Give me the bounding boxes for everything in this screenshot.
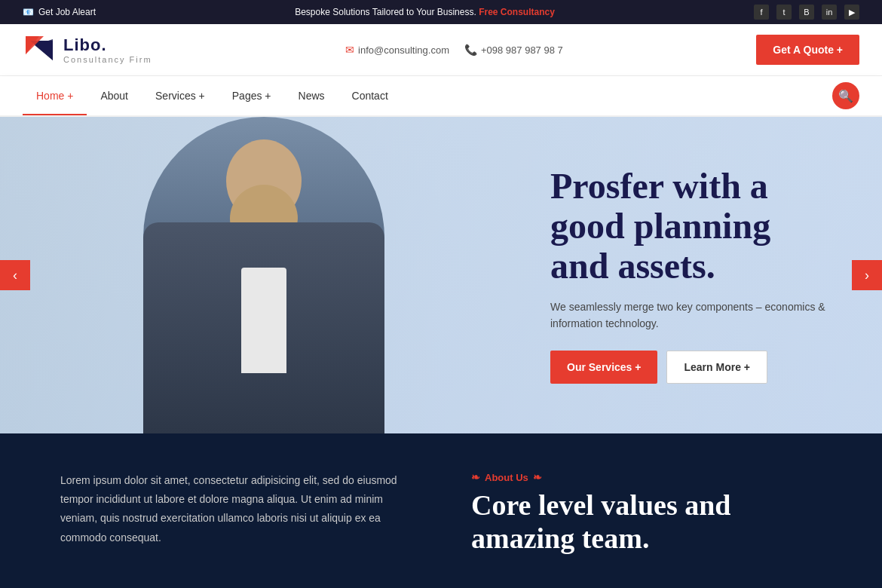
learn-more-button[interactable]: Learn More + <box>666 351 767 384</box>
hero-buttons: Our Services + Learn More + <box>550 351 837 384</box>
cta-link[interactable]: Free Consultancy <box>479 7 555 17</box>
dark-right-content: About Us Core level values and amazing t… <box>471 471 822 555</box>
nav-contact-label: Contact <box>352 90 388 102</box>
social-facebook[interactable]: f <box>754 5 769 20</box>
alert-text: Get Job Aleart <box>38 7 96 17</box>
section-tag: About Us <box>471 471 822 483</box>
email-contact: ✉ info@consulting.com <box>345 44 449 56</box>
search-icon: 🔍 <box>838 89 853 103</box>
phone-icon: 📞 <box>464 44 477 56</box>
logo[interactable]: Libo. Consultancy Firm <box>23 33 152 66</box>
search-button[interactable]: 🔍 <box>832 82 859 109</box>
logo-icon <box>23 33 56 66</box>
nav-home-label: Home + <box>36 90 73 102</box>
nav-about-label: About <box>100 90 128 102</box>
nav-about[interactable]: About <box>87 76 142 115</box>
social-youtube[interactable]: ▶ <box>844 5 859 20</box>
nav-services-label: Services + <box>155 90 205 102</box>
nav-contact[interactable]: Contact <box>338 76 402 115</box>
hero-title: Prosfer with a good planning and assets. <box>550 167 837 286</box>
dark-left-text: Lorem ipsum dolor sit amet, consectetur … <box>60 471 411 547</box>
hero-figure <box>113 117 415 433</box>
nav-services[interactable]: Services + <box>142 76 219 115</box>
social-behance[interactable]: B <box>799 5 814 20</box>
center-text: Bespoke Solutions Tailored to Your Busin… <box>295 7 476 17</box>
person-shirt <box>241 268 286 373</box>
person-silhouette <box>143 117 384 433</box>
logo-text: Libo. Consultancy Firm <box>63 35 152 64</box>
dark-right-heading: Core level values and amazing team. <box>471 489 822 555</box>
person-head <box>226 139 302 222</box>
hero-prev-button[interactable]: ‹ <box>0 260 30 290</box>
top-bar-alert[interactable]: 📧 Get Job Aleart <box>23 7 96 17</box>
email-icon: ✉ <box>345 44 354 56</box>
header: Libo. Consultancy Firm ✉ info@consulting… <box>0 24 882 76</box>
nav-bar: Home + About Services + Pages + News Con… <box>0 76 882 117</box>
alert-icon: 📧 <box>23 7 34 17</box>
hero-section: ‹ Prosfer with a good planning and asset… <box>0 117 882 433</box>
nav-news[interactable]: News <box>285 76 338 115</box>
social-linkedin[interactable]: in <box>822 5 837 20</box>
dark-left-content: Lorem ipsum dolor sit amet, consectetur … <box>60 471 411 547</box>
our-services-button[interactable]: Our Services + <box>550 351 657 384</box>
phone-number: +098 987 987 98 7 <box>481 44 563 56</box>
hero-subtitle: We seamlessly merge two key components –… <box>550 299 837 332</box>
logo-name: Libo. <box>63 35 152 55</box>
social-twitter[interactable]: t <box>776 5 792 20</box>
hero-content: Prosfer with a good planning and assets.… <box>550 167 837 383</box>
top-bar: 📧 Get Job Aleart Bespoke Solutions Tailo… <box>0 0 882 24</box>
social-links: f t B in ▶ <box>754 5 859 20</box>
person-suit <box>143 222 384 433</box>
nav-items: Home + About Services + Pages + News Con… <box>23 76 832 115</box>
nav-pages-label: Pages + <box>232 90 271 102</box>
hero-next-button[interactable]: › <box>852 260 882 290</box>
logo-tagline: Consultancy Firm <box>63 55 152 64</box>
nav-home[interactable]: Home + <box>23 76 87 115</box>
nav-news-label: News <box>299 90 325 102</box>
nav-pages[interactable]: Pages + <box>219 76 285 115</box>
phone-contact: 📞 +098 987 987 98 7 <box>464 44 563 56</box>
dark-section: Lorem ipsum dolor sit amet, consectetur … <box>0 433 882 588</box>
header-contact: ✉ info@consulting.com 📞 +098 987 987 98 … <box>345 44 563 56</box>
get-quote-button[interactable]: Get A Quote + <box>756 35 859 65</box>
top-bar-center: Bespoke Solutions Tailored to Your Busin… <box>96 7 754 17</box>
email-address: info@consulting.com <box>358 44 449 56</box>
